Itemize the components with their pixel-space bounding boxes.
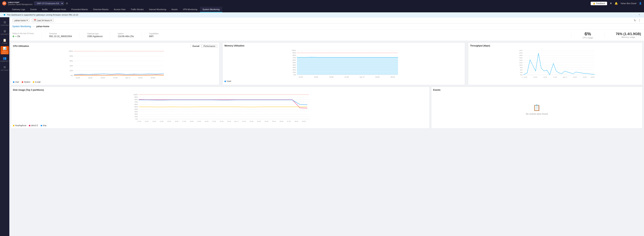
brand-name: CHECK POINT <box>8 2 32 3</box>
feedback-button[interactable]: 👍 Feedback <box>591 2 607 5</box>
svg-text:09:00: 09:00 <box>302 121 306 122</box>
sidebar-item-settings[interactable]: ⚙ SETTINGS <box>0 64 9 72</box>
legend-tmp-label: /tmp <box>43 124 46 127</box>
disk-chart-legend: /tmp/log/local /pfrm2.0 /tmp <box>13 124 428 127</box>
sidebar-label-settings: SETTINGS <box>1 69 8 71</box>
status-bar: Status in the last 24 hours ✚ ● Ok Firmw… <box>9 30 644 41</box>
svg-text:21:00: 21:00 <box>113 77 118 79</box>
legend-tmp-log-local: /tmp/log/local <box>13 124 26 127</box>
svg-text:0%: 0% <box>70 75 73 77</box>
env-selector[interactable]: SMP-CP-Employees-EA <box>34 2 64 5</box>
legend-tmp: /tmp <box>40 124 46 127</box>
svg-text:Apr 17: Apr 17 <box>234 121 239 122</box>
more-options-button[interactable]: ⋮ <box>638 19 641 22</box>
sidebar-item-community[interactable]: 👥 COMMUNITY <box>0 55 9 63</box>
svg-text:2000: 2000 <box>519 52 522 54</box>
tab-system-monitoring[interactable]: System Monitoring <box>200 7 222 12</box>
events-panel-title: Events <box>433 89 640 91</box>
svg-text:13:00: 13:00 <box>152 121 156 122</box>
svg-text:100%: 100% <box>292 50 296 51</box>
throughput-panel: Throughput (kbps) <box>468 42 642 85</box>
svg-text:0%: 0% <box>135 118 138 120</box>
plans-icon: 📋 <box>3 39 6 42</box>
memory-usage-value: 76% (1.4/1.9GB) <box>616 32 641 36</box>
svg-text:2200: 2200 <box>519 50 522 51</box>
status-health-label: Status in the last 24 hours <box>12 33 34 35</box>
svg-text:05:00: 05:00 <box>272 121 276 122</box>
gateway-filter-button[interactable]: yahav-home ▾ <box>12 18 30 22</box>
svg-text:12:00: 12:00 <box>76 77 80 79</box>
memory-chart-container: 100% 90% 80% 70% 60% 50% 40% 30% 20% 10%… <box>224 49 463 79</box>
legend-system-label: System <box>24 81 30 83</box>
svg-text:03:00: 03:00 <box>573 76 577 78</box>
sidebar-item-logs-events[interactable]: 📊 LOGS & EVENTS <box>0 46 9 54</box>
svg-text:Apr 17: Apr 17 <box>563 76 567 78</box>
tab-internet-monitoring[interactable]: Internet Monitoring <box>146 7 169 12</box>
tab-audits[interactable]: Audits <box>39 7 50 12</box>
uptime-value: 12d:9h:48m:25s <box>118 35 134 38</box>
info-banner-message: This dashboard is supported for gateways… <box>7 14 78 16</box>
tab-gateway-logs[interactable]: Gateway Logs <box>9 7 28 12</box>
memory-usage-label: Memory usage <box>616 36 641 38</box>
status-health-value: ✚ ● Ok <box>12 35 34 38</box>
tab-vpn-monitoring[interactable]: VPN Monitoring <box>180 7 200 12</box>
svg-text:800: 800 <box>520 67 523 68</box>
svg-text:15:00: 15:00 <box>314 76 318 78</box>
svg-text:30%: 30% <box>134 111 138 113</box>
tab-assets[interactable]: Assets <box>169 7 180 12</box>
svg-text:19:00: 19:00 <box>197 121 201 122</box>
status-item-health: Status in the last 24 hours ✚ ● Ok <box>12 33 34 38</box>
svg-text:15:00: 15:00 <box>533 76 537 78</box>
svg-text:80%: 80% <box>292 54 296 56</box>
cpu-chart-title: CPU Utilization <box>13 45 29 47</box>
svg-text:1800: 1800 <box>519 55 522 56</box>
breadcrumb: System Monitoring → yahav-home <box>9 24 644 30</box>
time-filter-button[interactable]: 📅 Last 24 Hours ▾ <box>32 18 54 22</box>
svg-text:20%: 20% <box>70 70 73 72</box>
cpu-tab-overall[interactable]: Overall <box>190 45 202 48</box>
svg-text:80%: 80% <box>134 99 138 100</box>
sidebar-item-gateways[interactable]: 🖥 GATEWAYS <box>0 28 9 36</box>
sidebar-item-plans[interactable]: 📋 PLANS <box>0 37 9 45</box>
svg-text:100%: 100% <box>134 94 138 96</box>
svg-text:40%: 40% <box>292 64 296 66</box>
tab-traffic-monitor[interactable]: Traffic Monitor <box>128 7 146 12</box>
tab-infected-hosts[interactable]: Infected Hosts <box>50 7 69 12</box>
svg-text:04:00: 04:00 <box>264 121 268 122</box>
tab-detected-attacks[interactable]: Detected Attacks <box>90 7 112 12</box>
svg-text:1600: 1600 <box>519 57 522 59</box>
svg-text:15:00: 15:00 <box>88 77 92 79</box>
cpu-tab-performance[interactable]: Performance <box>202 45 217 48</box>
tab-events[interactable]: Events <box>28 7 39 12</box>
svg-text:1400: 1400 <box>519 59 522 61</box>
sidebar-item-overview[interactable]: ⊞ OVERVIEW <box>0 19 9 27</box>
refresh-button[interactable]: ↻ <box>634 19 636 22</box>
legend-iowait-label: Io wait <box>35 81 40 83</box>
legend-user-label: User <box>15 81 19 83</box>
divider-3 <box>110 32 110 38</box>
chevron-down-icon: ▾ <box>26 19 28 22</box>
close-icon[interactable]: ✕ <box>610 2 612 5</box>
settings-icon[interactable]: ⚙ <box>66 2 68 5</box>
svg-text:18:00: 18:00 <box>543 76 547 78</box>
svg-text:21:00: 21:00 <box>345 76 349 78</box>
svg-text:06:00: 06:00 <box>583 76 587 78</box>
user-avatar-icon[interactable]: 👤 <box>639 2 642 5</box>
info-banner-text: This dashboard is supported for gateways… <box>4 14 78 16</box>
svg-text:03:00: 03:00 <box>375 76 380 78</box>
legend-pfrm2-dot <box>29 125 30 126</box>
status-item-capabilities: Capabilities WiFi <box>149 33 159 38</box>
legend-system: System <box>22 81 30 83</box>
breadcrumb-parent[interactable]: System Monitoring <box>12 25 31 28</box>
svg-text:06:00: 06:00 <box>151 77 155 79</box>
user-name[interactable]: Yahav Ben-David <box>620 2 636 5</box>
banner-close-icon[interactable]: ✕ <box>638 14 640 16</box>
firmware-label: Firmware <box>49 33 72 35</box>
tab-access-view[interactable]: Access View <box>111 7 128 12</box>
bell-icon[interactable]: 🔔 <box>614 2 618 5</box>
chevron-down-time-icon: ▾ <box>50 19 52 22</box>
divider-2 <box>80 32 80 38</box>
disk-chart-svg: 100% 90% 80% 70% 60% 50% 40% 30% 20% 10%… <box>13 93 428 123</box>
tab-prevented-attacks[interactable]: Prevented Attacks <box>69 7 90 12</box>
svg-text:40%: 40% <box>134 108 138 110</box>
